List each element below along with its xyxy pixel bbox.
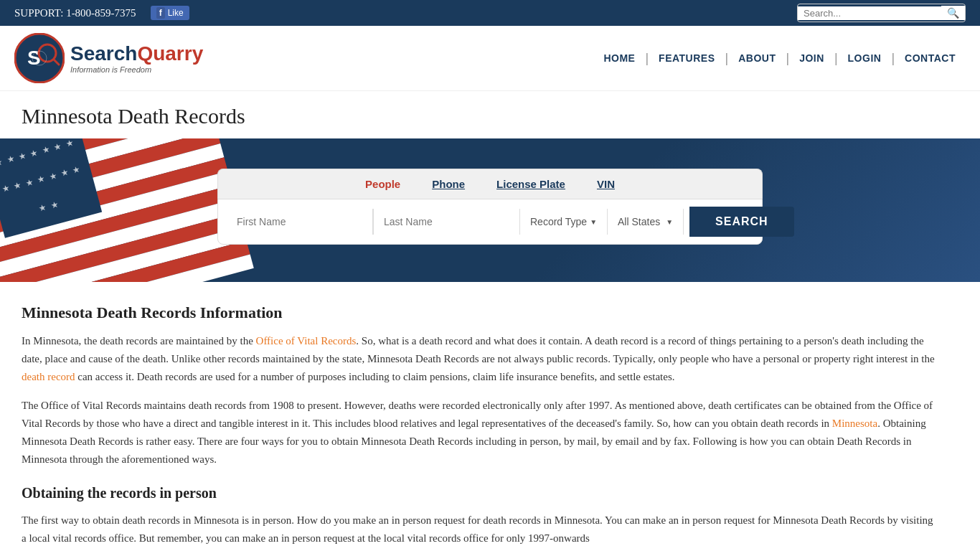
- nav-features[interactable]: FEATURES: [649, 52, 725, 64]
- nav-contact[interactable]: CONTACT: [895, 52, 966, 64]
- link-minnesota[interactable]: Minnesota: [832, 418, 877, 429]
- fb-like-button[interactable]: Like: [151, 6, 189, 20]
- top-search-button[interactable]: 🔍: [941, 6, 965, 20]
- star: ★: [24, 177, 35, 189]
- link-death-record[interactable]: death record: [22, 371, 75, 382]
- logo-quarry: Quarry: [137, 42, 203, 65]
- star: ★: [52, 141, 63, 153]
- section1-heading: Minnesota Death Records Information: [22, 303, 940, 322]
- page-title-section: Minnesota Death Records: [0, 91, 980, 138]
- all-states-label: All States: [618, 216, 660, 227]
- search-tabs: People Phone License Plate VIN: [217, 169, 763, 199]
- star: ★: [48, 171, 59, 183]
- star: ★: [72, 164, 83, 176]
- state-dropdown-arrow-icon: ▼: [666, 218, 673, 226]
- tab-vin[interactable]: VIN: [581, 169, 631, 199]
- logo-icon: S: [14, 33, 65, 83]
- content-para2: The Office of Vital Records maintains de…: [22, 397, 940, 468]
- top-search-input[interactable]: [798, 6, 941, 20]
- section2-heading: Obtaining the records in person: [22, 485, 940, 501]
- record-type-arrow-icon: ▼: [590, 218, 597, 226]
- star: ★: [60, 167, 70, 179]
- tab-phone[interactable]: Phone: [416, 169, 481, 199]
- last-name-input[interactable]: [373, 209, 520, 235]
- star: ★: [6, 154, 17, 166]
- record-type-label: Record Type: [530, 216, 587, 227]
- record-type-dropdown[interactable]: Record Type ▼: [520, 209, 608, 235]
- top-search-bar[interactable]: 🔍: [797, 4, 966, 22]
- search-form: Record Type ▼ All States ▼ SEARCH: [217, 199, 763, 245]
- support-text: SUPPORT: 1-800-859-7375: [14, 7, 136, 19]
- nav-home[interactable]: HOME: [593, 52, 645, 64]
- logo-text: SearchQuarry Information is Freedom: [70, 42, 203, 74]
- hero-section: ★ ★ ★ ★ ★ ★ ★ ★ ★ ★ ★ ★ ★ ★ ★ ★ People P…: [0, 138, 980, 282]
- logo: S SearchQuarry Information is Freedom: [14, 33, 203, 83]
- star: ★: [1, 183, 11, 195]
- star: ★: [0, 156, 4, 169]
- nav-about[interactable]: ABOUT: [728, 52, 786, 64]
- tab-people[interactable]: People: [349, 169, 416, 199]
- star: ★: [29, 147, 39, 159]
- star: ★: [17, 150, 28, 162]
- search-button[interactable]: SEARCH: [689, 207, 794, 237]
- tab-license-plate[interactable]: License Plate: [481, 169, 581, 199]
- link-office-vital-records[interactable]: Office of Vital Records: [256, 335, 357, 347]
- state-dropdown[interactable]: All States ▼: [608, 209, 684, 235]
- logo-search: Search: [70, 42, 137, 65]
- star: ★: [65, 138, 75, 150]
- star: ★: [50, 199, 60, 211]
- star: ★: [37, 202, 48, 215]
- main-nav: HOME | FEATURES | ABOUT | JOIN | LOGIN |…: [593, 51, 966, 66]
- first-name-input[interactable]: [227, 209, 373, 235]
- nav-join[interactable]: JOIN: [789, 52, 834, 64]
- search-widget: People Phone License Plate VIN Record Ty…: [217, 169, 763, 245]
- logo-name: SearchQuarry: [70, 42, 203, 65]
- star: ★: [41, 144, 52, 156]
- content-para3: The first way to obtain death records in…: [22, 512, 940, 547]
- star: ★: [13, 180, 24, 192]
- nav-login[interactable]: LOGIN: [838, 52, 892, 64]
- content-para1: In Minnesota, the death records are main…: [22, 332, 940, 385]
- content-section: Minnesota Death Records Information In M…: [0, 282, 961, 551]
- top-bar: SUPPORT: 1-800-859-7375 Like 🔍: [0, 0, 980, 26]
- page-title: Minnesota Death Records: [22, 104, 958, 128]
- header: S SearchQuarry Information is Freedom HO…: [0, 26, 980, 91]
- logo-tagline: Information is Freedom: [70, 65, 203, 74]
- star: ★: [36, 174, 47, 186]
